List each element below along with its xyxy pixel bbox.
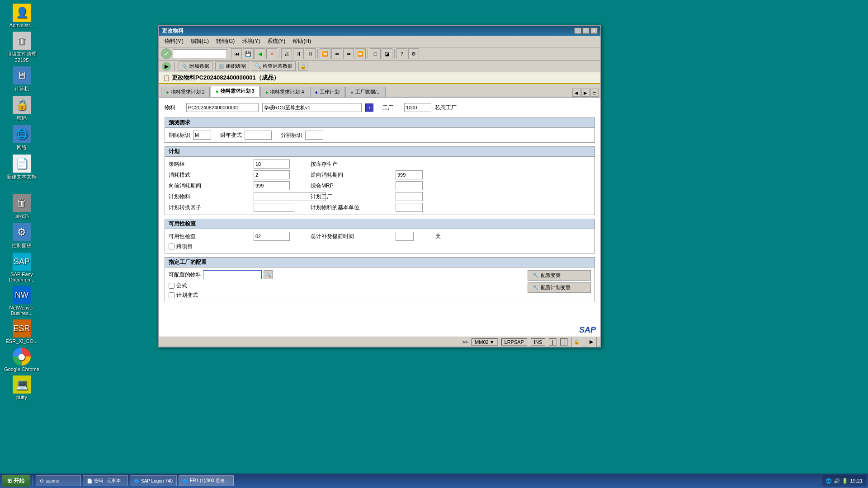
desktop-icon-google-chrome[interactable]: ⬤ Google Chrome bbox=[4, 347, 40, 372]
menu-environment[interactable]: 环境(Y) bbox=[238, 37, 264, 46]
taskbar-item-er1[interactable]: 🔷 ER1 (1)/800 更改 ... bbox=[179, 475, 234, 486]
system-tray: 🌐 🔊 🔋 19:21 bbox=[822, 475, 866, 487]
menu-goto[interactable]: 转到(G) bbox=[212, 37, 238, 46]
toolbar-layout1[interactable]: □ bbox=[370, 48, 381, 59]
tab-mrp3[interactable]: ● 物料需求计划 3 bbox=[211, 86, 259, 97]
desktop-icon-control-panel[interactable]: ⚙ 控制面板 bbox=[4, 223, 40, 249]
close-button[interactable]: ✕ bbox=[590, 28, 598, 34]
command-field[interactable] bbox=[173, 49, 227, 58]
lock-status-btn[interactable]: 🔒 bbox=[571, 337, 582, 347]
menu-material[interactable]: 物料(M) bbox=[161, 37, 187, 46]
taskbar-item-sapmc[interactable]: ⚙ sapmc bbox=[36, 475, 81, 486]
desktop-icon-network[interactable]: 🌐 网络 bbox=[4, 125, 40, 151]
status-separator: >> bbox=[462, 339, 468, 345]
status-graph-btn[interactable]: ▶ bbox=[586, 337, 597, 347]
toolbar-back-button[interactable]: ✓ bbox=[161, 48, 172, 59]
desktop-icon-password[interactable]: 🔒 密码 bbox=[4, 96, 40, 122]
fiscal-input[interactable] bbox=[245, 131, 272, 140]
cross-project-checkbox[interactable] bbox=[169, 244, 175, 249]
menu-edit[interactable]: 编辑(E) bbox=[187, 37, 212, 46]
tab-next-button[interactable]: ▶ bbox=[581, 89, 590, 97]
minimize-button[interactable]: _ bbox=[574, 28, 581, 34]
tab-mrp4-icon: ● bbox=[265, 89, 269, 95]
replenish-lead-time-input[interactable] bbox=[396, 232, 414, 241]
toolbar: ✓ ⏮ 💾 ◀ ✕ 🖨 ⏸ ⏸ ⏪ ⬅ ➡ ⏩ □ ◪ ? ⚙ bbox=[159, 47, 600, 61]
tab-expand-button[interactable]: 🗀 bbox=[590, 89, 599, 97]
check-screen-button[interactable]: 🔍 检查屏幕数据 bbox=[252, 61, 296, 71]
toolbar-separator-5 bbox=[394, 49, 395, 58]
taskbar-item-sap-logon[interactable]: 🔷 SAP Logon 740 bbox=[130, 475, 177, 486]
combined-mrp-input[interactable] bbox=[396, 181, 423, 190]
config-plan-var-button[interactable]: 🔧 配置计划变量 bbox=[528, 282, 591, 293]
consumption-mode-input[interactable] bbox=[254, 170, 290, 179]
toolbar-prev[interactable]: ⬅ bbox=[331, 48, 342, 59]
tab-prev-button[interactable]: ◀ bbox=[572, 89, 580, 97]
desktop-icon-esr[interactable]: ESR ESR_XI_CO... bbox=[4, 319, 40, 344]
replenish-lead-time-label: 总计补货提前时间 bbox=[311, 233, 392, 240]
plan-formula-checkbox[interactable] bbox=[169, 292, 175, 298]
client-status: LRPSAP bbox=[501, 338, 527, 346]
strategy-group-input[interactable] bbox=[254, 160, 290, 169]
toolbar-last[interactable]: ⏩ bbox=[355, 48, 366, 59]
availability-content: 可用性检查 总计补货提前时间 天 跨项目 bbox=[165, 229, 594, 253]
menu-help[interactable]: 帮助(H) bbox=[289, 37, 315, 46]
system-status[interactable]: MM02 ▼ bbox=[472, 338, 497, 346]
desktop-icon-netweaver[interactable]: NW NetWeaver Busines... bbox=[4, 286, 40, 316]
base-uom-input[interactable] bbox=[396, 203, 423, 212]
form-header: 物料 i 工厂 芯态工厂 bbox=[165, 101, 595, 114]
config-material-search-button[interactable]: 🔍 bbox=[264, 270, 273, 279]
toolbar-help[interactable]: ? bbox=[396, 48, 407, 59]
forward-period-input[interactable] bbox=[254, 181, 290, 190]
start-icon: ⊞ bbox=[7, 478, 12, 484]
desktop-icon-administrator[interactable]: 👤 Administr... bbox=[4, 4, 40, 28]
desktop-icon-new-text[interactable]: 📄 新建文本文档 bbox=[4, 155, 40, 180]
info-icon[interactable]: i bbox=[365, 103, 373, 112]
start-button[interactable]: ⊞ 开始 bbox=[2, 475, 30, 487]
notepad-icon: 📄 bbox=[87, 479, 92, 483]
toolbar-layout2[interactable]: ◪ bbox=[382, 48, 392, 59]
plant-code-input[interactable] bbox=[404, 103, 431, 112]
toolbar-first[interactable]: ⏪ bbox=[320, 48, 330, 59]
desktop-icon-recycle-bin-files[interactable]: 🗑 垃圾文件清理32195 bbox=[4, 32, 40, 63]
plan-plant-input[interactable] bbox=[396, 192, 423, 201]
org-levels-button[interactable]: 🏢 组织级别 bbox=[215, 61, 249, 71]
desktop-icon-computer[interactable]: 🖥 计算机 bbox=[4, 66, 40, 92]
tab-plant-data[interactable]: ● 工厂数据/... bbox=[345, 87, 386, 97]
status-dropdown-arrow: ▼ bbox=[490, 339, 495, 345]
fiscal-label: 财年变式 bbox=[220, 131, 242, 139]
desktop-icon-recycle[interactable]: 🗑 回收站 bbox=[4, 194, 40, 220]
toolbar-find[interactable]: ⏸ bbox=[293, 48, 304, 59]
toolbar-save[interactable]: 💾 bbox=[243, 48, 254, 59]
formula-checkbox[interactable] bbox=[169, 283, 175, 289]
availability-title: 可用性检查 bbox=[165, 219, 594, 229]
desktop-icon-sap-easy[interactable]: SAP SAP Easy Documen... bbox=[4, 253, 40, 282]
toolbar-skip-left[interactable]: ⏮ bbox=[231, 48, 242, 59]
taskbar-item-notepad[interactable]: 📄 密码 - 记事本 bbox=[83, 475, 128, 486]
menu-system[interactable]: 系统(Y) bbox=[264, 37, 289, 46]
conversion-factor-input[interactable] bbox=[254, 203, 294, 212]
config-material-input[interactable] bbox=[203, 270, 262, 279]
additional-data-button[interactable]: 📎 附加数据 bbox=[179, 61, 212, 71]
availability-check-input[interactable] bbox=[254, 232, 290, 241]
plant-config-content: 可配置的物料 🔍 公式 bbox=[165, 267, 594, 302]
config-var-button[interactable]: 🔧 配置变量 bbox=[528, 270, 591, 281]
material-code-input[interactable] bbox=[186, 103, 259, 112]
desktop-icon-putty[interactable]: 💻 putty bbox=[4, 375, 40, 400]
period-input[interactable] bbox=[193, 131, 211, 140]
backward-period-input[interactable] bbox=[396, 170, 423, 179]
tab-work-schedule[interactable]: ● 工作计划 bbox=[310, 87, 345, 97]
tab-mrp4[interactable]: ● 物料需求计划 4 bbox=[260, 87, 309, 97]
split-input[interactable] bbox=[305, 131, 323, 140]
statusbar: >> MM02 ▼ LRPSAP INS | | 🔒 ▶ bbox=[159, 337, 600, 347]
toolbar-step-back[interactable]: ◀ bbox=[255, 48, 265, 59]
period-label: 期间标识 bbox=[169, 131, 190, 139]
toolbar-settings[interactable]: ⚙ bbox=[408, 48, 419, 59]
maximize-button[interactable]: □ bbox=[582, 28, 590, 34]
toolbar-step-forward[interactable]: ✕ bbox=[266, 48, 277, 59]
toolbar-next[interactable]: ➡ bbox=[343, 48, 354, 59]
toolbar-print[interactable]: 🖨 bbox=[281, 48, 292, 59]
tab-mrp2[interactable]: ● 物料需求计划 2 bbox=[161, 87, 210, 97]
toolbar-find-next[interactable]: ⏸ bbox=[305, 48, 316, 59]
lock-icon-btn[interactable]: 🔒 bbox=[298, 62, 307, 71]
material-name-input[interactable] bbox=[262, 103, 362, 112]
